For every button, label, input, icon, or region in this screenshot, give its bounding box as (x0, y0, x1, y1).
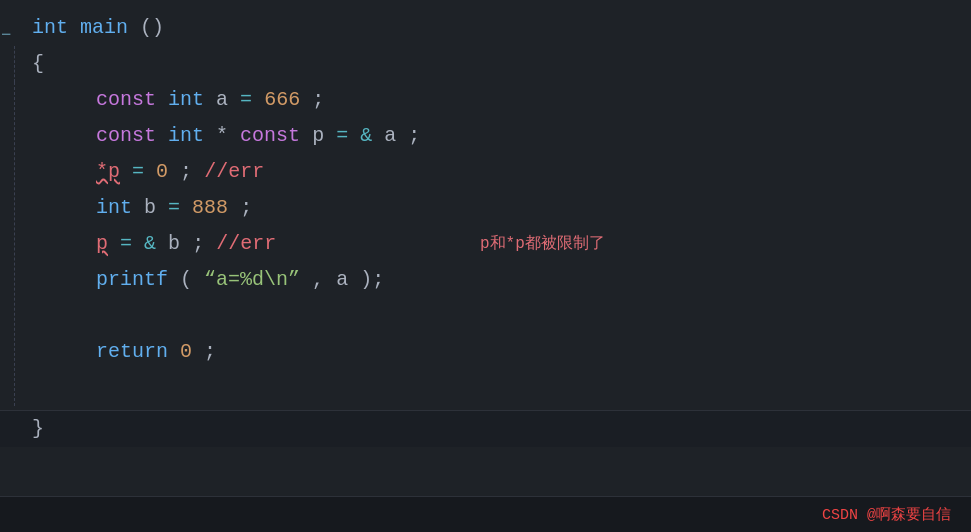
editor-container: ⎯ int main () { const int (0, 0, 971, 532)
op-equals: = (240, 88, 252, 111)
num-666: 666 (264, 88, 300, 111)
num-0: 0 (156, 160, 168, 183)
parens: () (140, 16, 164, 39)
annotation-text: p和*p都被限制了 (480, 226, 605, 262)
var-p: p (312, 124, 324, 147)
code-line-10: return 0 ; (0, 334, 971, 370)
op-equals-4: = (168, 196, 180, 219)
semicolon: ; (312, 88, 324, 111)
comment-err-1: //err (204, 160, 264, 183)
comma: , (312, 268, 324, 291)
var-a-2: a (384, 124, 396, 147)
op-equals-2: = (336, 124, 348, 147)
keyword-int-2: int (168, 88, 204, 111)
code-line-12: } (0, 410, 971, 447)
code-line-2: { (0, 46, 971, 82)
watermark-username: 啊森要自信 (876, 507, 951, 524)
code-line-8: printf ( “a=%d\n” , a ); (0, 262, 971, 298)
keyword-int-4: int (96, 196, 132, 219)
semicolon-2: ; (408, 124, 420, 147)
op-equals-3: = (132, 160, 144, 183)
code-line-7: p = & b ; //err p和*p都被限制了 (0, 226, 971, 262)
keyword-int-3: int (168, 124, 204, 147)
keyword-const-3: const (240, 124, 300, 147)
code-line-1: ⎯ int main () (0, 10, 971, 46)
bottom-bar: CSDN @啊森要自信 (0, 496, 971, 532)
comment-err-2: //err (216, 232, 276, 255)
code-line-6: int b = 888 ; (0, 190, 971, 226)
code-line-11 (0, 370, 971, 406)
err-star-p: *p (96, 160, 120, 183)
keyword-return: return (96, 340, 168, 363)
keyword-const-2: const (96, 124, 156, 147)
watermark: CSDN @啊森要自信 (822, 505, 951, 524)
semicolon-3: ; (180, 160, 192, 183)
close-brace: } (32, 417, 44, 440)
semicolon-5: ; (192, 232, 204, 255)
watermark-prefix: CSDN @ (822, 507, 876, 524)
code-line-3: const int a = 666 ; (0, 82, 971, 118)
str-format: “a=%d\n” (204, 268, 300, 291)
function-name: main (80, 16, 128, 39)
semicolon-6: ; (204, 340, 216, 363)
code-line-4: const int * const p = & a ; (0, 118, 971, 154)
code-line-5: *p = 0 ; //err (0, 154, 971, 190)
code-line-9 (0, 298, 971, 334)
fn-printf: printf (96, 268, 168, 291)
keyword-const-1: const (96, 88, 156, 111)
op-addr: & (360, 124, 372, 147)
asterisk: * (216, 124, 228, 147)
code-area: ⎯ int main () { const int (0, 0, 971, 496)
var-a: a (216, 88, 228, 111)
semicolon-4: ; (240, 196, 252, 219)
num-0-2: 0 (180, 340, 192, 363)
op-addr-2: & (144, 232, 156, 255)
collapse-icon[interactable]: ⎯ (2, 10, 10, 46)
var-b-2: b (168, 232, 180, 255)
err-p: p (96, 232, 108, 255)
op-equals-5: = (120, 232, 132, 255)
open-paren: ( (180, 268, 192, 291)
num-888: 888 (192, 196, 228, 219)
var-a-3: a (336, 268, 348, 291)
keyword-int: int (32, 16, 68, 39)
var-b: b (144, 196, 156, 219)
close-paren-semi: ); (360, 268, 384, 291)
code-block: const int a = 666 ; const int (0, 82, 971, 406)
open-brace: { (32, 52, 44, 75)
